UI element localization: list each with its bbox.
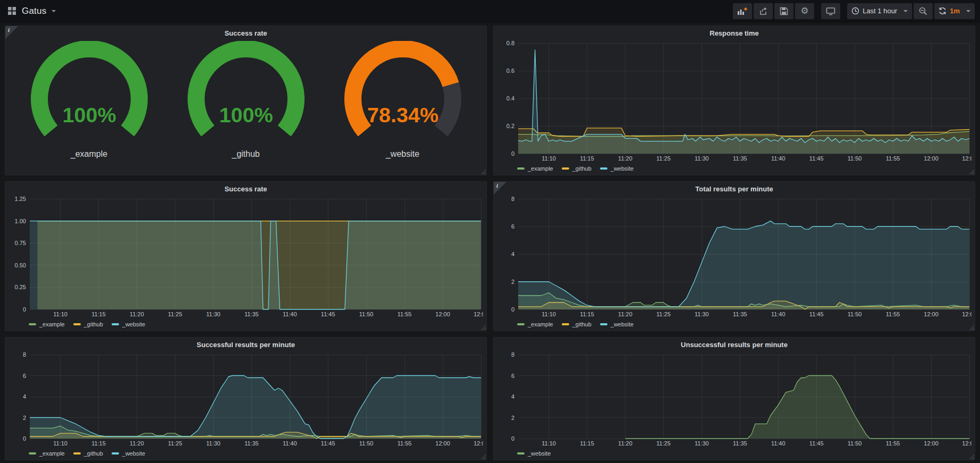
panel-resize-handle[interactable] (969, 325, 974, 330)
chart-svg: 0246811:1011:1511:2011:2511:3011:3511:40… (9, 350, 483, 447)
y-axis-tick-label: 0 (23, 435, 26, 442)
panel-title[interactable]: Total results per minute (494, 182, 975, 195)
chart-plot-area[interactable]: 0246811:1011:1511:2011:2511:3011:3511:40… (9, 350, 483, 447)
x-axis-tick-label: 11:10 (542, 311, 556, 317)
x-axis-tick-label: 11:35 (733, 311, 747, 317)
y-axis-tick-label: 8 (511, 351, 514, 358)
gauge-arc: 78.34% (331, 41, 475, 153)
gauge-arc: 100% (174, 41, 318, 153)
x-axis-tick-label: 11:15 (91, 440, 106, 447)
legend-item-_website[interactable]: _website (112, 450, 145, 457)
chart-plot-area[interactable]: 00.250.500.751.001.2511:1011:1511:2011:2… (9, 195, 483, 318)
legend-item-_website[interactable]: _website (112, 321, 145, 327)
y-axis-tick-label: 2 (23, 415, 26, 421)
save-button[interactable] (774, 3, 793, 19)
panel-resize-handle[interactable] (969, 454, 974, 459)
series-fill-_website (626, 376, 970, 439)
y-axis-tick-label: 8 (23, 351, 26, 358)
panel-title[interactable]: Success rate (5, 26, 486, 39)
legend-item-_example[interactable]: _example (517, 165, 553, 172)
legend-item-_github[interactable]: _github (73, 321, 103, 327)
legend-label: _website (122, 321, 145, 327)
legend-swatch (29, 452, 36, 454)
x-axis-tick-label: 11:35 (733, 155, 747, 162)
x-axis-tick-label: 11:45 (809, 155, 824, 162)
legend-swatch (517, 167, 525, 170)
chart-legend: _example_github_website (29, 449, 145, 458)
legend-swatch (600, 323, 607, 325)
x-axis-tick-label: 11:15 (580, 155, 594, 162)
series-fill-_website (30, 221, 481, 309)
legend-item-_website[interactable]: _website (600, 321, 633, 327)
panel-title[interactable]: Successful results per minute (5, 338, 486, 350)
x-axis-tick-label: 11:20 (130, 440, 144, 447)
legend-swatch (112, 452, 119, 454)
legend-item-_example[interactable]: _example (29, 321, 65, 327)
legend-item-_github[interactable]: _github (562, 165, 592, 172)
refresh-picker[interactable]: 1m (934, 3, 975, 19)
x-axis-tick-label: 11:55 (886, 155, 900, 162)
y-axis-tick-label: 6 (511, 223, 514, 230)
x-axis-tick-label: 12:00 (924, 440, 939, 447)
x-axis-tick-label: 11:25 (168, 440, 182, 447)
x-axis-tick-label: 11:20 (618, 311, 632, 317)
x-axis-tick-label: 11:55 (886, 440, 900, 447)
info-icon[interactable]: i (8, 27, 10, 33)
panel-resize-handle[interactable] (969, 170, 974, 174)
legend-item-_website[interactable]: _website (600, 165, 633, 172)
tv-mode-button[interactable] (821, 3, 840, 19)
panel-title[interactable]: Response time (494, 26, 975, 39)
chart-plot-area[interactable]: 0246811:1011:1511:2011:2511:3011:3511:40… (497, 195, 971, 318)
y-axis-tick-label: 0.25 (15, 284, 26, 290)
panel-title[interactable]: Success rate (5, 182, 486, 195)
legend-swatch (29, 323, 36, 325)
panel-response-time: Response time 00.20.40.60.811:1011:1511:… (493, 26, 975, 175)
panel-title[interactable]: Unsuccessful results per minute (494, 338, 975, 350)
panel-resize-handle[interactable] (481, 454, 486, 459)
chart-plot-area[interactable]: 0246811:1011:1511:2011:2511:3011:3511:40… (497, 350, 971, 447)
legend-swatch (73, 452, 81, 454)
x-axis-tick-label: 11:50 (359, 440, 374, 447)
legend-item-_github[interactable]: _github (562, 321, 592, 327)
apps-grid-icon[interactable] (7, 6, 16, 15)
panel-resize-handle[interactable] (481, 325, 486, 330)
add-panel-icon (737, 7, 748, 15)
chart-legend: _example_github_website (29, 319, 145, 329)
settings-button[interactable]: ⚙ (795, 3, 814, 19)
x-axis-tick-label: 11:10 (53, 311, 67, 317)
info-icon[interactable]: i (496, 182, 498, 189)
add-panel-button[interactable] (733, 3, 752, 19)
y-axis-tick-label: 0.6 (506, 68, 514, 74)
legend-item-_example[interactable]: _example (29, 450, 65, 457)
time-range-picker[interactable]: Last 1 hour (847, 3, 912, 19)
share-button[interactable] (754, 3, 773, 19)
zoom-out-button[interactable] (914, 3, 933, 19)
x-axis-tick-label: 12:05 (474, 311, 483, 317)
x-axis-tick-label: 11:45 (809, 311, 824, 317)
panel-resize-handle[interactable] (481, 170, 486, 174)
x-axis-tick-label: 12:00 (924, 311, 939, 317)
x-axis-tick-label: 11:50 (848, 311, 862, 317)
share-icon (759, 7, 767, 15)
legend-label: _website (528, 450, 551, 457)
legend-item-_website[interactable]: _website (517, 450, 551, 457)
panel-success-rate-gauges: i Success rate 100%_example100%_github78… (5, 26, 487, 175)
legend-item-_example[interactable]: _example (517, 321, 553, 327)
legend-label: _example (528, 321, 553, 327)
legend-item-_github[interactable]: _github (73, 450, 103, 457)
y-axis-tick-label: 6 (511, 373, 514, 379)
chart-plot-area[interactable]: 00.20.40.60.811:1011:1511:2011:2511:3011… (497, 39, 971, 162)
x-axis-tick-label: 11:15 (580, 311, 594, 317)
legend-label: _example (528, 165, 553, 172)
x-axis-tick-label: 11:50 (848, 155, 862, 162)
y-axis-tick-label: 2 (511, 415, 514, 421)
panel-successful-results: Successful results per minute 0246811:10… (5, 337, 487, 460)
dashboard-title[interactable]: Gatus (22, 6, 46, 16)
y-axis-tick-label: 4 (23, 393, 26, 400)
legend-swatch (562, 323, 569, 325)
x-axis-tick-label: 11:20 (618, 440, 632, 447)
series-line-_website (518, 50, 969, 142)
dashboard-caret-icon[interactable] (52, 10, 56, 12)
gear-icon: ⚙ (801, 6, 809, 15)
x-axis-tick-label: 11:50 (359, 311, 374, 317)
